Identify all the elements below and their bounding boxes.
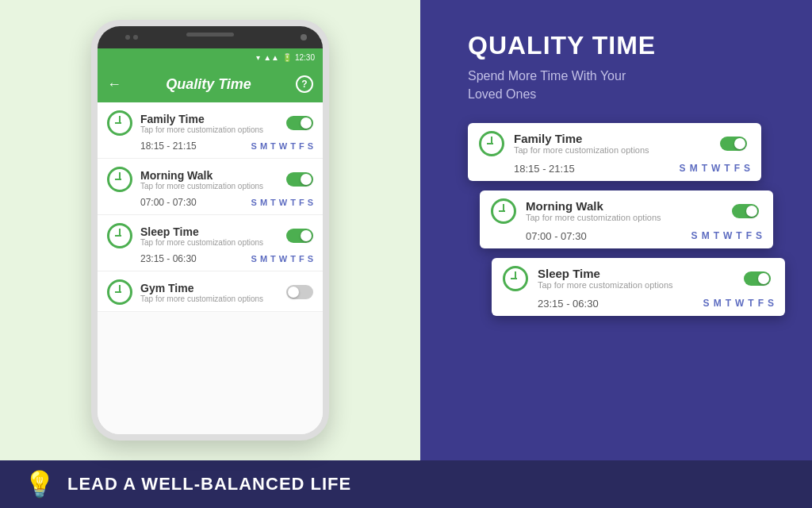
time-range: 23:15 - 06:30 [140,253,197,264]
card-title: Sleep Time [538,267,734,280]
card-time-range: 18:15 - 21:15 [514,163,575,175]
clock-icon [107,223,132,248]
phone-top-bar [98,26,323,48]
card-days: S M T W T F S [691,230,762,241]
item-title: Family Time [140,113,278,125]
battery-icon: 🔋 [282,53,292,62]
card-subtitle: Tap for more customization options [514,145,710,155]
toggle-switch[interactable] [286,229,313,243]
item-subtitle: Tap for more customization options [140,182,278,190]
clock-icon [479,131,504,156]
app-header: ← Quality Time ? [98,66,323,102]
card-time-range: 07:00 - 07:30 [526,230,587,242]
card-title: Family Time [514,132,710,145]
days-row: S M T W T F S [251,254,313,264]
status-time: 12:30 [295,53,315,62]
item-subtitle: Tap for more customization options [140,125,278,134]
clock-icon [503,266,528,291]
app-promo-title: QUALITY TIME [468,32,788,60]
toggle-switch[interactable] [720,137,747,151]
lightbulb-icon: 💡 [24,469,56,499]
time-range: 07:00 - 07:30 [140,197,197,208]
item-subtitle: Tap for more customization options [140,238,278,247]
item-title: Sleep Time [140,225,278,238]
card-days: S M T W T F S [703,298,774,309]
card-info: Sleep Time Tap for more customization op… [538,267,734,290]
item-subtitle: Tap for more customization options [140,294,278,303]
schedule-info: Morning Walk Tap for more customization … [140,169,278,190]
app-title: Quality Time [129,76,288,93]
front-camera-icon [125,35,130,40]
float-card-family: Family Time Tap for more customization o… [468,123,761,181]
card-subtitle: Tap for more customization options [538,280,734,290]
list-item[interactable]: Gym Time Tap for more customization opti… [98,271,323,312]
card-days: S M T W T F S [680,163,750,174]
back-button[interactable]: ← [107,76,121,93]
phone-mockup: ▾ ▲▲ 🔋 12:30 ← Quality Time ? [91,20,329,441]
toggle-switch[interactable] [286,285,313,299]
clock-icon [107,279,132,305]
card-info: Morning Walk Tap for more customization … [526,199,722,222]
card-title: Morning Walk [526,199,722,213]
speaker-icon [186,33,234,37]
item-title: Morning Walk [140,169,278,182]
wifi-icon: ▾ [256,53,260,62]
front-camera-icon2 [133,35,138,40]
item-title: Gym Time [140,282,278,294]
list-item[interactable]: Morning Walk Tap for more customization … [98,159,323,215]
toggle-switch[interactable] [732,204,759,218]
float-card-sleep-time: Sleep Time Tap for more customization op… [492,258,785,316]
help-button[interactable]: ? [296,75,313,93]
float-card-morning-walk: Morning Walk Tap for more customization … [480,190,773,248]
schedule-info: Sleep Time Tap for more customization op… [140,225,278,247]
list-item[interactable]: Sleep Time Tap for more customization op… [98,215,323,271]
days-row: S M T W T F S [251,198,313,207]
floating-cards: Family Time Tap for more customization o… [468,123,788,316]
toggle-switch[interactable] [286,172,313,187]
signal-icon: ▲▲ [263,53,279,62]
status-bar: ▾ ▲▲ 🔋 12:30 [98,48,323,66]
bottom-bar: 💡 LEAD A WELL-BALANCED LIFE [0,460,812,508]
help-icon: ? [301,79,307,90]
card-info: Family Time Tap for more customization o… [514,132,710,155]
clock-icon [107,167,132,192]
list-item[interactable]: Family Time Tap for more customization o… [98,102,323,159]
left-panel: ▾ ▲▲ 🔋 12:30 ← Quality Time ? [0,0,420,460]
toggle-switch[interactable] [286,116,313,130]
time-range: 18:15 - 21:15 [140,140,197,152]
right-panel: QUALITY TIME Spend More Time With Your L… [420,0,812,460]
clock-icon [491,198,516,224]
card-subtitle: Tap for more customization options [526,213,722,222]
phone-content: Family Time Tap for more customization o… [98,102,323,434]
days-row: S M T W T F S [251,141,313,151]
camera-icon [301,34,307,40]
app-promo-subtitle: Spend More Time With Your Loved Ones [468,67,788,103]
card-time-range: 23:15 - 06:30 [538,298,599,310]
schedule-info: Gym Time Tap for more customization opti… [140,282,278,303]
schedule-info: Family Time Tap for more customization o… [140,113,278,134]
toggle-switch[interactable] [744,271,771,286]
clock-icon [107,110,132,136]
bottom-bar-text: LEAD A WELL-BALANCED LIFE [67,474,351,495]
